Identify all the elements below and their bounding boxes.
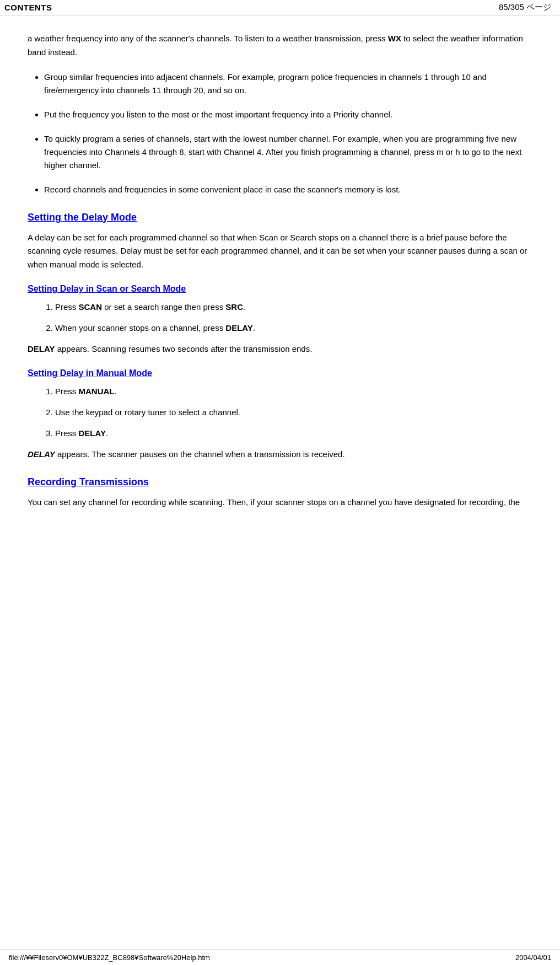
wx-bold: WX [388, 34, 401, 43]
step-text: Press DELAY. [55, 428, 108, 438]
src-bold: SRC [225, 302, 243, 312]
footer-date: 2004/04/01 [515, 953, 551, 962]
list-item: To quickly program a series of channels,… [44, 132, 532, 172]
footer-path: file:///¥¥Fileserv0¥OM¥UB322Z_BC898¥Soft… [9, 953, 210, 962]
section1-title: Setting the Delay Mode [28, 212, 137, 223]
section3-after-text: appears. The scanner pauses on the chann… [55, 449, 345, 459]
section3-after: DELAY appears. The scanner pauses on the… [28, 448, 532, 462]
list-item-text: Record channels and frequencies in some … [44, 185, 401, 194]
list-item: Press DELAY. [55, 427, 532, 440]
delay-bold-s3: DELAY [79, 428, 106, 438]
manual-bold: MANUAL [79, 387, 115, 396]
bullet-list: Group similar frequencies into adjacent … [44, 71, 532, 196]
list-item: Put the frequency you listen to the most… [44, 108, 532, 121]
section1-heading[interactable]: Setting the Delay Mode [28, 212, 532, 223]
section3-steps: Press MANUAL. Use the keypad or rotary t… [55, 385, 532, 440]
list-item: Press SCAN or set a search range then pr… [55, 301, 532, 314]
section4-heading[interactable]: Recording Transmissions [28, 476, 532, 488]
section3-heading[interactable]: Setting Delay in Manual Mode [28, 368, 532, 378]
step-text: When your scanner stops on a channel, pr… [55, 323, 255, 333]
intro-text: a weather frequency into any of the scan… [28, 34, 523, 57]
section2-title: Setting Delay in Scan or Search Mode [28, 284, 186, 293]
list-item: Group similar frequencies into adjacent … [44, 71, 532, 97]
page-number: 85/305 ページ [499, 2, 551, 13]
page-wrapper: CONTENTS 85/305 ページ a weather frequency … [0, 0, 560, 965]
list-item-text: Put the frequency you listen to the most… [44, 110, 392, 119]
intro-paragraph: a weather frequency into any of the scan… [28, 32, 532, 60]
delay-bold: DELAY [225, 323, 252, 333]
page-footer: file:///¥¥Fileserv0¥OM¥UB322Z_BC898¥Soft… [0, 950, 560, 965]
delay-italic-bold: DELAY [28, 449, 55, 459]
list-item-text: Group similar frequencies into adjacent … [44, 72, 487, 95]
section1-body: A delay can be set for each programmed c… [28, 231, 532, 272]
section2-heading[interactable]: Setting Delay in Scan or Search Mode [28, 284, 532, 294]
step-text: Press MANUAL. [55, 387, 117, 396]
page-header: CONTENTS 85/305 ページ [0, 0, 560, 15]
scan-bold: SCAN [79, 302, 103, 312]
section4-title: Recording Transmissions [28, 476, 149, 487]
list-item: Use the keypad or rotary tuner to select… [55, 406, 532, 419]
section2-after: DELAY appears. Scanning resumes two seco… [28, 342, 532, 356]
delay-bold-inline: DELAY [28, 344, 55, 353]
step-text: Use the keypad or rotary tuner to select… [55, 408, 240, 417]
section3-title: Setting Delay in Manual Mode [28, 368, 152, 378]
list-item: Press MANUAL. [55, 385, 532, 398]
list-item: When your scanner stops on a channel, pr… [55, 321, 532, 335]
section2-steps: Press SCAN or set a search range then pr… [55, 301, 532, 335]
list-item: Record channels and frequencies in some … [44, 183, 532, 196]
contents-label: CONTENTS [4, 3, 52, 12]
section4-body: You can set any channel for recording wh… [28, 496, 532, 510]
main-content: a weather frequency into any of the scan… [0, 15, 560, 950]
section2-after-text: appears. Scanning resumes two seconds af… [55, 344, 312, 353]
step-text: Press SCAN or set a search range then pr… [55, 302, 245, 312]
list-item-text: To quickly program a series of channels,… [44, 134, 521, 170]
